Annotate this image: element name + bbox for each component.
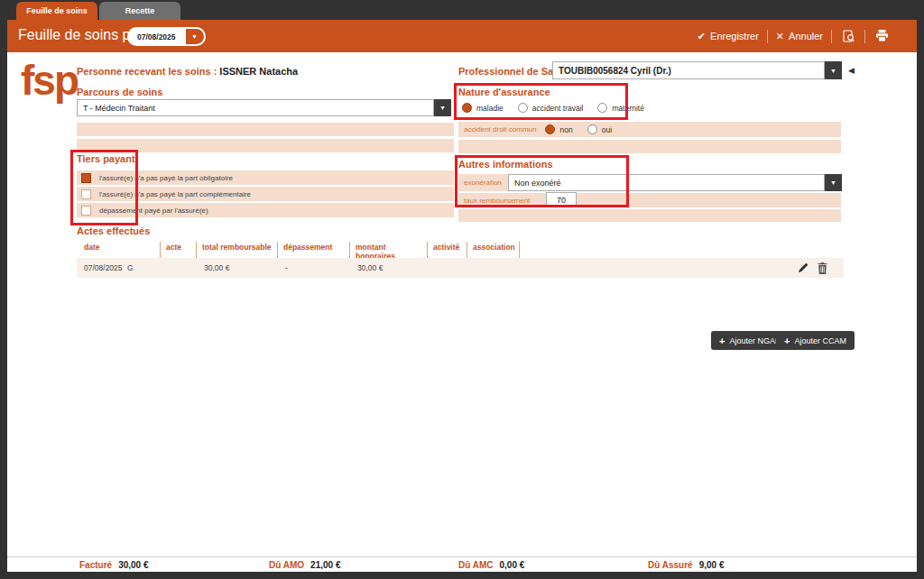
nature-assurance-title: Nature d'assurance <box>458 87 550 97</box>
delete-icon[interactable] <box>818 262 827 274</box>
plus-icon: + <box>719 335 725 346</box>
radio-maternite-label: maternité <box>612 104 643 113</box>
radio-accident-oui[interactable] <box>587 124 597 134</box>
patient-name: ISSNER Natacha <box>219 66 298 77</box>
print-button[interactable] <box>873 28 890 44</box>
header-separator <box>864 30 865 43</box>
radio-accident-non[interactable] <box>545 124 555 134</box>
chevron-down-icon: ▼ <box>439 105 446 111</box>
radio-accident-non-label: non <box>559 125 572 134</box>
acte-montant-honoraires: 30,00 € <box>357 263 435 272</box>
checkbox-part-complementaire[interactable] <box>81 189 91 199</box>
checkbox-part-complementaire-label: l'assuré(e) n'a pas payé la part complém… <box>99 190 251 198</box>
tab-feuille-de-soins[interactable]: Feuille de soins <box>16 2 97 20</box>
date-value[interactable]: 07/08/2025 <box>129 29 184 44</box>
check-icon: ✔ <box>698 31 706 42</box>
checkbox-part-obligatoire[interactable] <box>81 173 91 183</box>
plus-icon: + <box>784 335 790 346</box>
nature-assurance-options: maladie accident travail maternité <box>462 103 644 113</box>
total-facture: Facturé 30,00 € <box>79 560 149 570</box>
accident-droit-commun-row: accident droit commun non oui <box>458 122 841 137</box>
save-button-label: Enregistrer <box>710 31 759 41</box>
header-separator <box>831 30 832 43</box>
taux-remboursement-input[interactable]: 70 <box>546 192 577 207</box>
save-button[interactable]: ✔ Enregistrer <box>698 31 759 42</box>
total-facture-label: Facturé <box>79 560 112 570</box>
fsp-window: Feuille de soins papier 07/08/2025 ▼ ✔ E… <box>7 20 917 572</box>
add-ngap-label: Ajouter NGAP <box>729 336 781 345</box>
parcours-dropdown-button[interactable]: ▼ <box>434 99 451 116</box>
total-du-amo-value: 21,00 € <box>310 560 340 570</box>
accident-droit-commun-label: accident droit commun <box>464 125 536 133</box>
date-dropdown-icon[interactable]: ▼ <box>184 29 204 44</box>
close-icon: ✕ <box>776 31 784 42</box>
empty-field-row <box>77 123 454 136</box>
checkbox-part-obligatoire-label: l'assuré(e) n'a pas payé la part obligat… <box>99 174 233 182</box>
radio-maternite[interactable] <box>597 103 607 113</box>
total-du-assure-value: 9,00 € <box>699 560 725 570</box>
exoneration-label: exonération <box>464 179 502 187</box>
tiers-payant-row: l'assuré(e) n'a pas payé la part obligat… <box>77 170 454 185</box>
collapse-panel-icon[interactable]: ◀ <box>848 66 855 75</box>
radio-accident-oui-label: oui <box>602 125 612 134</box>
checkbox-depassement-paye[interactable] <box>81 206 91 216</box>
professional-select[interactable]: TOUBIB0056824 Cyril (Dr.) <box>552 61 825 79</box>
empty-field-row <box>77 139 454 152</box>
parcours-select[interactable]: T - Médecin Traitant <box>77 99 434 116</box>
chevron-down-icon: ▼ <box>830 68 836 74</box>
header-bar: Feuille de soins papier 07/08/2025 ▼ ✔ E… <box>7 20 917 52</box>
preview-icon <box>843 30 855 43</box>
tiers-payant-row: l'assuré(e) n'a pas payé la part complém… <box>77 187 454 201</box>
total-du-amo: Dû AMO 21,00 € <box>269 560 340 570</box>
tab-recette[interactable]: Recette <box>99 2 180 20</box>
total-du-assure: Dû Assuré 9,00 € <box>648 560 724 570</box>
totals-footer: Facturé 30,00 € Dû AMO 21,00 € Dû AMC 0,… <box>7 556 917 572</box>
empty-field-row <box>458 209 841 222</box>
row-actions <box>798 258 827 278</box>
radio-accident-travail-label: accident travail <box>532 104 584 113</box>
total-facture-value: 30,00 € <box>118 560 148 570</box>
taux-remboursement-row: taux remboursement % <box>458 193 841 207</box>
patient-label: Personne recevant les soins : <box>77 66 217 77</box>
radio-maladie-label: maladie <box>476 104 504 113</box>
acte-total-remboursable: 30,00 € <box>204 263 285 272</box>
chevron-down-icon: ▼ <box>830 179 836 186</box>
acte-table-row[interactable]: 07/08/2025 G 30,00 € - 30,00 € <box>77 258 844 278</box>
tiers-payant-row: dépassement payé par l'assuré(e) <box>77 203 454 217</box>
add-ccam-label: Ajouter CCAM <box>794 336 846 345</box>
cancel-button[interactable]: ✕ Annuler <box>776 31 823 42</box>
printer-icon <box>875 30 889 42</box>
total-du-amc-label: Dû AMC <box>458 560 494 570</box>
cancel-button-label: Annuler <box>789 31 823 41</box>
total-du-amo-label: Dû AMO <box>269 560 304 570</box>
patient-line: Personne recevant les soins : ISSNER Nat… <box>77 66 298 77</box>
add-ccam-button[interactable]: + Ajouter CCAM <box>776 331 855 350</box>
total-du-amc: Dû AMC 0,00 € <box>458 560 524 570</box>
exoneration-dropdown-button[interactable]: ▼ <box>825 174 842 191</box>
empty-field-row <box>458 140 841 153</box>
acte-date: 07/08/2025 <box>84 263 127 272</box>
actes-effectues-title: Actes effectués <box>77 225 150 236</box>
tiers-payant-title: Tiers payant <box>77 153 135 164</box>
autres-informations-title: Autres informations <box>458 159 553 170</box>
fsp-logo: fsp <box>21 56 78 105</box>
edit-icon[interactable] <box>798 262 808 273</box>
print-preview-button[interactable] <box>840 28 856 44</box>
professional-dropdown-button[interactable]: ▼ <box>825 61 842 79</box>
total-du-amc-value: 0,00 € <box>500 560 525 570</box>
radio-accident-travail[interactable] <box>518 103 528 113</box>
header-separator <box>767 30 768 43</box>
date-picker[interactable]: 07/08/2025 ▼ <box>127 27 206 46</box>
acte-depassement: - <box>285 263 357 272</box>
parcours-title: Parcours de soins <box>77 87 162 97</box>
checkbox-depassement-paye-label: dépassement payé par l'assuré(e) <box>99 207 208 215</box>
header-actions: ✔ Enregistrer ✕ Annuler <box>698 20 890 52</box>
acte-code: G <box>127 263 204 272</box>
taux-remboursement-label: taux remboursement <box>464 197 530 205</box>
radio-maladie[interactable] <box>462 103 472 113</box>
total-du-assure-label: Dû Assuré <box>648 560 693 570</box>
exoneration-select[interactable]: Non exonéré <box>508 174 825 191</box>
